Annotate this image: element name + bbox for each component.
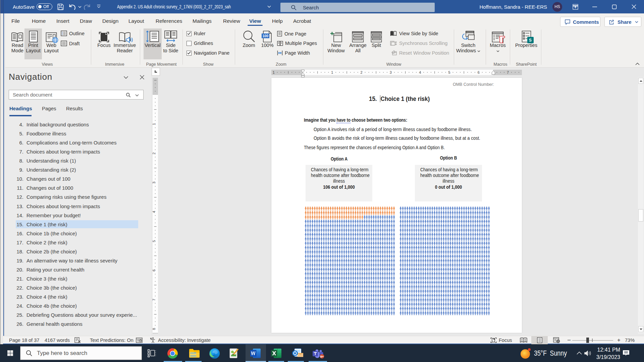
svg-text:2: 2	[153, 153, 156, 155]
svg-text:4: 4	[419, 70, 421, 74]
svg-text:3: 3	[390, 70, 392, 74]
svg-text:3: 3	[153, 182, 156, 184]
svg-text:7: 7	[153, 299, 156, 301]
svg-text:6: 6	[153, 269, 156, 272]
svg-text:6: 6	[478, 70, 480, 74]
svg-text:2: 2	[361, 70, 363, 74]
svg-text:7: 7	[507, 70, 509, 74]
svg-text:8: 8	[153, 328, 156, 330]
svg-text:1: 1	[153, 123, 156, 125]
svg-text:5: 5	[448, 70, 450, 74]
svg-text:9+: 9+	[320, 354, 324, 358]
svg-text:1: 1	[273, 70, 275, 74]
svg-text:1: 1	[331, 70, 333, 74]
svg-text:5: 5	[153, 240, 156, 242]
svg-text:4: 4	[153, 211, 156, 213]
